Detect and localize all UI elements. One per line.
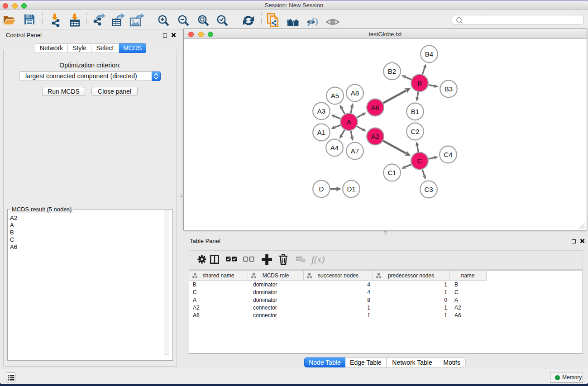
svg-text:B1: B1 [411,108,419,115]
svg-text:D: D [319,185,324,193]
svg-text:A4: A4 [330,144,339,152]
svg-text:A6: A6 [371,104,379,111]
svg-text:f(x): f(x) [311,254,325,265]
svg-text:A: A [347,118,351,126]
svg-text:C3: C3 [424,186,433,193]
svg-text:C2: C2 [411,128,419,135]
svg-text:B2: B2 [388,67,396,75]
svg-text:A2: A2 [371,133,379,140]
svg-text:B4: B4 [425,50,433,58]
svg-text:C: C [417,157,422,165]
svg-text:A5: A5 [331,92,339,100]
svg-text:C4: C4 [444,151,452,158]
svg-text:A3: A3 [317,107,325,115]
svg-text:A1: A1 [317,129,325,136]
svg-text:B3: B3 [445,85,453,93]
svg-text:A8: A8 [351,89,359,97]
svg-text:A7: A7 [351,147,359,155]
svg-text:C1: C1 [387,169,396,176]
svg-text:B: B [417,79,422,87]
svg-text:D1: D1 [347,185,355,193]
